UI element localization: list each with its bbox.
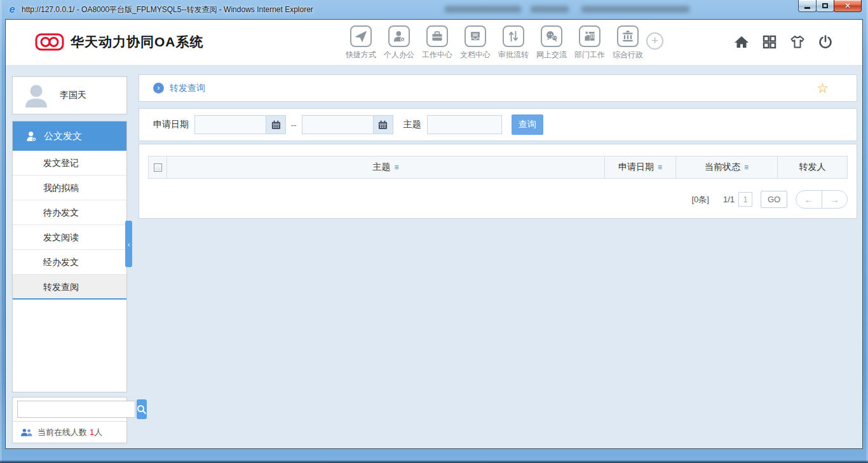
minimize-button[interactable]: [798, 0, 817, 12]
grid-icon[interactable]: [762, 34, 777, 50]
blurred-background-window-title: [581, 6, 689, 13]
page-title: 转发查询: [170, 83, 205, 94]
blurred-background-window-title: [445, 6, 521, 13]
browser-window: e http://127.0.0.1/ - OA8000平台版_FPLMYSQL…: [0, 0, 868, 463]
internet-explorer-icon: e: [6, 4, 18, 15]
nav-item-shortcuts[interactable]: 快捷方式: [342, 25, 380, 60]
header-right-icons: [734, 34, 833, 50]
nav-item-approval-flow[interactable]: 审批流转: [494, 25, 532, 60]
shirt-theme-icon[interactable]: [790, 34, 805, 50]
calendar-icon: [271, 120, 281, 130]
column-header-current-status[interactable]: 当前状态 ≡: [675, 156, 777, 178]
table-header-row: 主题 ≡ 申请日期 ≡ 当前状态 ≡ 转发人: [148, 156, 848, 179]
nav-item-personal-office[interactable]: 个人办公: [380, 25, 418, 60]
sort-icon[interactable]: ≡: [658, 163, 662, 172]
date-from-input[interactable]: [194, 115, 266, 134]
sidebar-section-label: 公文发文: [44, 130, 82, 142]
person-icon: [388, 25, 410, 47]
briefcase-icon: [426, 25, 448, 47]
close-icon: ✕: [844, 1, 851, 10]
online-users-row: 当前在线人数 1人: [13, 422, 126, 443]
chevron-left-icon: ‹: [128, 240, 130, 248]
arrows-updown-icon: [503, 25, 524, 47]
plus-icon: +: [651, 34, 658, 47]
sort-icon[interactable]: ≡: [394, 163, 398, 172]
online-users-suffix: 人: [94, 427, 102, 437]
department-icon: [579, 25, 600, 47]
add-module-button[interactable]: +: [646, 32, 663, 50]
close-button[interactable]: ✕: [834, 0, 862, 12]
workspace: 李国天 公文发文 发文登记 我的拟稿 待办发文 发文阅读 经办发文 转发查阅: [6, 65, 862, 448]
date-range-label: 申请日期: [153, 119, 189, 130]
breadcrumb-arrow-icon: ›: [153, 83, 164, 93]
arrow-left-icon: ←: [804, 194, 813, 205]
previous-page-button[interactable]: ←: [796, 191, 822, 208]
titlebar[interactable]: e http://127.0.0.1/ - OA8000平台版_FPLMYSQL…: [0, 0, 868, 19]
minimize-icon: [804, 7, 810, 9]
subject-label: 主题: [403, 119, 421, 130]
page-info: 1/1: [723, 195, 735, 204]
total-records: [0条]: [691, 194, 709, 205]
logo-infinity-icon: [35, 32, 64, 52]
nav-item-document-center[interactable]: 文档中心: [456, 25, 494, 60]
favorite-star-icon[interactable]: ☆: [817, 81, 829, 96]
power-icon[interactable]: [818, 34, 833, 50]
sidebar-bottom-panel: 当前在线人数 1人: [12, 397, 127, 443]
sidebar-menu: 公文发文 发文登记 我的拟稿 待办发文 发文阅读 经办发文 转发查阅: [12, 121, 127, 392]
next-page-button[interactable]: →: [822, 191, 848, 208]
person-badge-icon: [25, 130, 37, 142]
column-header-forwarder[interactable]: 转发人: [777, 156, 847, 178]
query-button[interactable]: 查询: [512, 114, 543, 135]
page-number-input[interactable]: [738, 192, 752, 207]
document-tray-icon: [465, 25, 486, 47]
home-icon[interactable]: [734, 34, 749, 50]
date-range-separator: --: [291, 120, 297, 130]
chat-icon: [541, 25, 562, 47]
blurred-background-window-title: [531, 6, 569, 13]
sort-icon[interactable]: ≡: [744, 163, 749, 172]
user-name: 李国天: [60, 90, 86, 101]
window-bottom-edge: [0, 460, 868, 463]
column-header-subject[interactable]: 主题 ≡: [166, 156, 604, 178]
go-button[interactable]: GO: [761, 191, 787, 208]
sidebar-item-pending-dispatch[interactable]: 待办发文: [13, 200, 126, 225]
sidebar-item-dispatch-reading[interactable]: 发文阅读: [13, 225, 126, 250]
arrow-right-icon: →: [830, 194, 839, 205]
date-to-calendar-button[interactable]: [373, 115, 393, 134]
sidebar-item-my-drafts[interactable]: 我的拟稿: [13, 176, 126, 200]
filter-bar: 申请日期 -- 主题 查询: [139, 108, 857, 141]
online-users-label: 当前在线人数: [37, 427, 87, 438]
paper-plane-icon: [350, 25, 372, 47]
nav-item-online-chat[interactable]: 网上交流: [532, 25, 571, 60]
sidebar-item-dispatch-register[interactable]: 发文登记: [13, 151, 126, 176]
search-icon: [137, 404, 147, 415]
user-card: 李国天: [12, 76, 127, 114]
maximize-button[interactable]: [816, 0, 834, 12]
sidebar-search-input[interactable]: [17, 401, 135, 418]
logo-text: 华天动力协同OA系统: [71, 33, 204, 51]
pager-arrows: ← →: [796, 190, 848, 209]
date-to-input[interactable]: [302, 115, 373, 134]
sidebar-section-document-dispatch[interactable]: 公文发文: [13, 121, 126, 151]
nav-item-department-work[interactable]: 部门工作: [571, 25, 609, 60]
column-header-apply-date[interactable]: 申请日期 ≡: [604, 156, 675, 178]
frame-highlight: [1, 0, 1, 463]
app-logo[interactable]: 华天动力协同OA系统: [35, 32, 204, 52]
subject-input[interactable]: [427, 115, 502, 134]
maximize-icon: [822, 3, 828, 8]
nav-item-work-center[interactable]: 工作中心: [418, 25, 456, 60]
frame-highlight: [867, 0, 867, 463]
pagination: [0条] 1/1 GO ← →: [691, 190, 848, 209]
breadcrumb-bar: › 转发查询 ☆: [139, 74, 857, 102]
avatar: [22, 81, 51, 110]
date-from-calendar-button[interactable]: [266, 115, 286, 134]
nav-item-general-admin[interactable]: 综合行政: [609, 25, 647, 60]
sidebar-search-button[interactable]: [137, 399, 147, 419]
sidebar-collapse-handle[interactable]: ‹: [125, 221, 132, 267]
app-header: 华天动力协同OA系统 快捷方式 个人办公: [6, 20, 862, 65]
select-all-checkbox[interactable]: [154, 163, 162, 172]
sidebar-item-forward-review[interactable]: 转发查阅: [13, 275, 126, 300]
sidebar-item-handled-dispatch[interactable]: 经办发文: [13, 250, 126, 275]
select-all-cell: [149, 156, 166, 178]
results-panel: 主题 ≡ 申请日期 ≡ 当前状态 ≡ 转发人: [139, 144, 857, 219]
